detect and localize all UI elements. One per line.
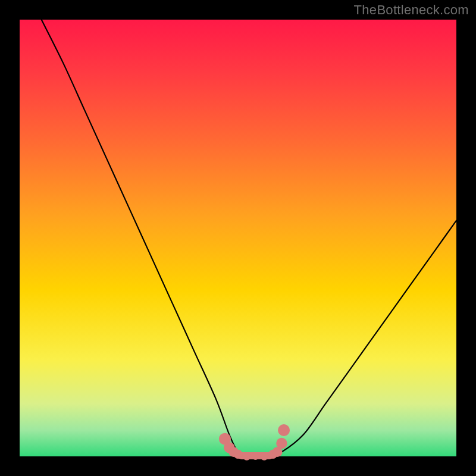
watermark-text: TheBottleneck.com — [354, 2, 469, 18]
fit-marker — [276, 438, 287, 449]
bottleneck-chart — [0, 0, 476, 476]
chart-stage: TheBottleneck.com — [0, 0, 476, 476]
fit-marker — [243, 452, 251, 461]
fit-marker — [260, 452, 268, 461]
fit-marker — [252, 453, 259, 460]
fit-marker — [278, 424, 290, 436]
plot-background — [20, 20, 456, 456]
fit-marker — [233, 450, 242, 459]
